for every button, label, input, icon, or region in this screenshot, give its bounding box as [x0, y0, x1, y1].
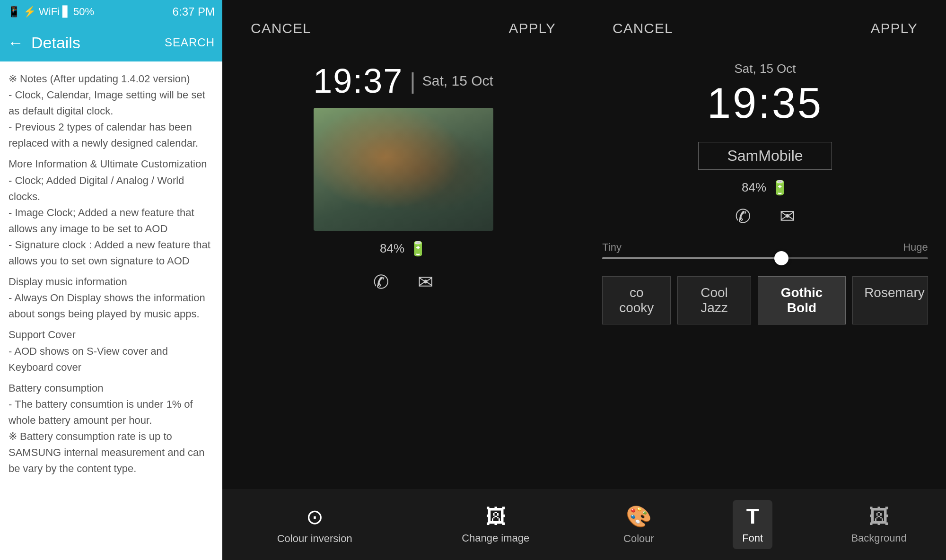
aod-photo-inner: [314, 108, 493, 231]
colour-inversion-button[interactable]: ⊙ Colour inversion: [277, 505, 352, 545]
missed-call-icon: ✆: [373, 271, 389, 293]
change-image-label: Change image: [462, 532, 529, 544]
bluetooth-icon: ⚡: [23, 6, 36, 18]
font-cancel-button[interactable]: CANCEL: [613, 20, 673, 36]
colour-tab-label: Colour: [623, 533, 654, 545]
details-text-2: More Information & Ultimate Customizatio…: [9, 156, 214, 269]
status-time: 6:37 PM: [173, 5, 215, 18]
aod-time-separator: |: [410, 68, 415, 94]
font-app-name-box: SamMobile: [698, 142, 832, 170]
font-apply-button[interactable]: APPLY: [871, 20, 918, 36]
font-preview-area: Sat, 15 Oct 19:35 SamMobile 84% 🔋 ✆ ✉: [698, 61, 832, 232]
font-missed-call-icon: ✆: [735, 205, 751, 227]
signal-icon: ▋: [62, 6, 70, 18]
search-button[interactable]: SEARCH: [165, 36, 215, 49]
font-tab-label: Font: [742, 532, 763, 544]
font-chip-cooljazz[interactable]: Cool Jazz: [677, 276, 751, 324]
battery-status: 50%: [73, 6, 94, 18]
panel-details: 📱 ⚡ WiFi ▋ 50% 6:37 PM ← Details SEARCH …: [0, 0, 222, 560]
background-icon: 🖼: [868, 505, 889, 528]
details-text-5: Battery consumption - The battery consum…: [9, 380, 214, 477]
details-text: ※ Notes (After updating 1.4.02 version) …: [9, 71, 214, 151]
font-size-slider-thumb[interactable]: [774, 251, 788, 265]
aod-photo: [314, 108, 493, 231]
font-bottom-toolbar: 🎨 Colour T Font 🖼 Background: [584, 489, 946, 560]
back-button[interactable]: ←: [8, 34, 24, 52]
aod-topbar: CANCEL APPLY: [222, 0, 584, 57]
font-size-slider-area: Tiny Huge: [602, 241, 928, 262]
font-message-icon: ✉: [780, 205, 796, 227]
change-image-icon: 🖼: [485, 505, 506, 528]
font-chip-cocooky-label: co cooky: [619, 285, 654, 315]
aod-status-icons: ✆ ✉: [373, 271, 434, 293]
aod-apply-button[interactable]: APPLY: [509, 20, 556, 36]
message-icon: ✉: [418, 271, 434, 293]
font-battery-row: 84% 🔋: [742, 179, 788, 196]
aod-cancel-button[interactable]: CANCEL: [251, 20, 311, 36]
font-chip-cooljazz-label: Cool Jazz: [701, 285, 728, 315]
font-battery-icon: 🔋: [771, 179, 788, 196]
details-text-3: Display music information - Always On Di…: [9, 274, 214, 322]
font-preview-date: Sat, 15 Oct: [734, 61, 796, 76]
aod-time: 19:37: [313, 61, 403, 100]
font-size-labels: Tiny Huge: [602, 241, 928, 254]
font-size-slider-fill: [602, 257, 781, 259]
panel-aod: CANCEL APPLY 19:37 | Sat, 15 Oct 84% 🔋 ✆…: [222, 0, 584, 560]
details-content: ※ Notes (After updating 1.4.02 version) …: [0, 61, 222, 560]
font-preview-time: 19:35: [707, 79, 823, 128]
font-app-name: SamMobile: [727, 147, 803, 164]
colour-icon: 🎨: [626, 504, 652, 529]
font-topbar: CANCEL APPLY: [584, 0, 946, 57]
panel-font: CANCEL APPLY Sat, 15 Oct 19:35 SamMobile…: [584, 0, 946, 560]
colour-tab-button[interactable]: 🎨 Colour: [623, 504, 654, 545]
aod-battery-row: 84% 🔋: [380, 240, 427, 257]
details-text-4: Support Cover - AOD shows on S-View cove…: [9, 327, 214, 375]
aod-bottom-toolbar: ⊙ Colour inversion 🖼 Change image: [222, 489, 584, 560]
font-chip-rosemary[interactable]: Rosemary: [852, 276, 928, 324]
phone-icon: 📱: [8, 6, 20, 18]
font-chip-rosemary-label: Rosemary: [864, 285, 925, 300]
background-tab-button[interactable]: 🖼 Background: [851, 505, 906, 544]
status-icons: 📱 ⚡ WiFi ▋ 50%: [8, 6, 94, 18]
font-icon: T: [746, 505, 759, 528]
font-selector-row: co cooky Cool Jazz Gothic Bold Rosemary: [602, 276, 928, 324]
font-size-min-label: Tiny: [602, 241, 622, 254]
background-tab-label: Background: [851, 532, 906, 544]
font-status-icons: ✆ ✉: [735, 205, 796, 227]
wifi-icon: WiFi: [39, 6, 60, 18]
font-size-max-label: Huge: [903, 241, 928, 254]
change-image-button[interactable]: 🖼 Change image: [462, 505, 529, 544]
colour-inversion-label: Colour inversion: [277, 533, 352, 545]
font-battery-percent: 84%: [742, 180, 766, 195]
font-chip-gothicbold[interactable]: Gothic Bold: [758, 276, 846, 324]
font-size-slider-track[interactable]: [602, 257, 928, 259]
colour-inversion-icon: ⊙: [306, 505, 324, 529]
aod-clock-area: 19:37 | Sat, 15 Oct: [313, 61, 493, 100]
font-tab-button[interactable]: T Font: [733, 500, 772, 549]
battery-icon: 🔋: [409, 240, 427, 257]
status-bar: 📱 ⚡ WiFi ▋ 50% 6:37 PM: [0, 0, 222, 24]
header-bar: ← Details SEARCH: [0, 24, 222, 61]
aod-date: Sat, 15 Oct: [422, 73, 493, 89]
font-chip-cocooky[interactable]: co cooky: [602, 276, 671, 324]
page-title: Details: [31, 34, 157, 52]
font-chip-gothicbold-label: Gothic Bold: [781, 285, 823, 315]
aod-battery-percent: 84%: [380, 241, 404, 256]
